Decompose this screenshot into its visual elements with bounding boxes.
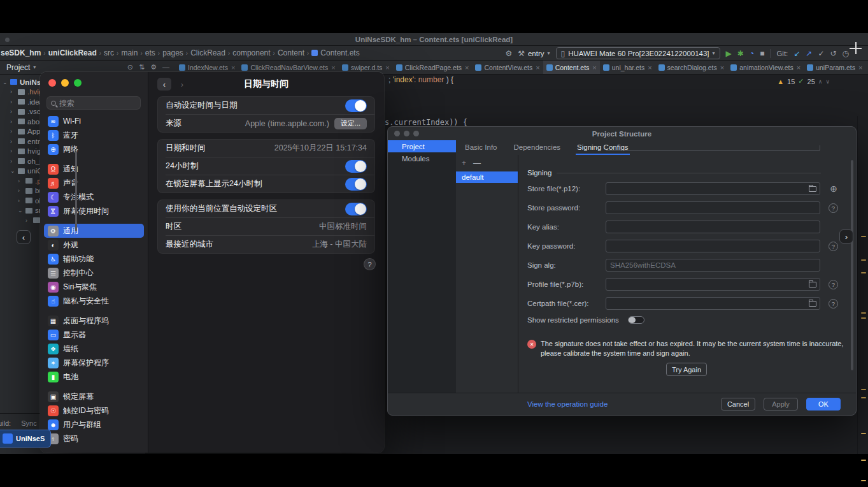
- toggle-switch[interactable]: [345, 203, 367, 215]
- settings-sidebar-item[interactable]: ⊕网络: [44, 142, 144, 156]
- settings-sidebar-item[interactable]: ▣锁定屏幕: [44, 389, 144, 403]
- locate-file-icon[interactable]: ⊙: [127, 63, 133, 71]
- settings-sidebar-item[interactable]: Ω通知: [44, 162, 144, 176]
- help-button[interactable]: ?: [364, 258, 376, 270]
- help-icon[interactable]: ?: [829, 242, 838, 251]
- profiler-icon[interactable]: ◔: [750, 50, 754, 57]
- settings-sidebar-item[interactable]: ▭显示器: [44, 328, 144, 342]
- close-icon[interactable]: ×: [797, 64, 800, 71]
- dialog-nav-item[interactable]: Modules: [388, 152, 456, 164]
- settings-sidebar-item[interactable]: ☝隐私与安全性: [44, 294, 144, 308]
- settings-gear-icon[interactable]: ⚙: [505, 50, 512, 57]
- settings-sidebar-item[interactable]: ☰控制中心: [44, 266, 144, 280]
- close-icon[interactable]: ×: [331, 64, 335, 71]
- field-input[interactable]: [606, 201, 820, 214]
- hide-panel-icon[interactable]: —: [162, 63, 169, 71]
- settings-search[interactable]: [46, 96, 141, 110]
- folder-browse-icon[interactable]: [809, 186, 816, 192]
- close-icon[interactable]: ×: [231, 64, 235, 71]
- minimize-button[interactable]: [404, 131, 409, 136]
- breadcrumb-item[interactable]: uniClickRead: [48, 48, 97, 57]
- git-push-icon[interactable]: ↗: [806, 50, 812, 57]
- editor-scroll-gutter[interactable]: [857, 116, 868, 454]
- close-button[interactable]: [394, 131, 400, 136]
- help-icon[interactable]: ?: [829, 299, 838, 309]
- minimize-button[interactable]: [61, 79, 69, 87]
- dialog-tab[interactable]: Basic Info: [464, 140, 499, 155]
- settings-sidebar-item[interactable]: ✶屏幕保护程序: [44, 356, 144, 370]
- settings-sidebar-item[interactable]: ≋Wi-Fi: [44, 114, 144, 128]
- close-icon[interactable]: ×: [465, 64, 469, 71]
- toggle-switch[interactable]: [345, 178, 367, 191]
- prev-issue-icon[interactable]: ∧: [818, 78, 823, 85]
- settings-sidebar-item[interactable]: ◉Siri与聚焦: [44, 280, 144, 294]
- settings-sidebar-item[interactable]: ☾专注模式: [44, 190, 144, 204]
- editor-tab[interactable]: uniParam.ets×: [804, 61, 865, 74]
- next-issue-icon[interactable]: ∨: [825, 78, 830, 85]
- window-control-dot[interactable]: [5, 38, 10, 42]
- editor-tab[interactable]: uni_har.ets×: [600, 61, 655, 74]
- breadcrumb-item[interactable]: pages: [162, 48, 183, 57]
- run-icon[interactable]: ▶: [726, 50, 732, 57]
- editor-tab[interactable]: ClickReadPage.ets×: [393, 61, 473, 74]
- breadcrumb-file[interactable]: Content.ets: [311, 48, 359, 57]
- settings-sidebar-item[interactable]: ⋈屏幕使用时间: [44, 204, 144, 218]
- zoom-button[interactable]: [413, 131, 419, 136]
- editor-tab[interactable]: searchDialog.ets×: [655, 61, 728, 74]
- globe-icon[interactable]: ⊕: [829, 184, 839, 194]
- field-input[interactable]: [606, 240, 820, 252]
- folder-browse-icon[interactable]: [809, 282, 816, 287]
- close-icon[interactable]: ×: [858, 64, 862, 71]
- stop-icon[interactable]: ■: [760, 50, 764, 57]
- settings-sidebar-item[interactable]: ❖墙纸: [44, 342, 144, 356]
- dialog-nav-item[interactable]: Project: [388, 140, 456, 152]
- debug-icon[interactable]: ✱: [737, 50, 744, 57]
- editor-tab[interactable]: ContentView.ets×: [472, 61, 543, 74]
- breadcrumb-item[interactable]: ClickRead: [190, 48, 225, 57]
- breadcrumb-item[interactable]: seSDK_hm: [1, 48, 41, 57]
- set-button[interactable]: 设定...: [334, 118, 367, 129]
- settings-sidebar-item[interactable]: ▦桌面与程序坞: [44, 314, 144, 328]
- close-icon[interactable]: ×: [648, 64, 651, 71]
- module-item[interactable]: default: [456, 171, 518, 183]
- apply-button[interactable]: Apply: [764, 398, 798, 411]
- search-input[interactable]: [59, 99, 136, 108]
- breadcrumb-item[interactable]: Content: [278, 48, 304, 57]
- toggle-switch[interactable]: [345, 160, 367, 173]
- build-mini-window[interactable]: UniNseS: [0, 430, 51, 447]
- settings-sidebar-item[interactable]: ⚙通用: [44, 224, 144, 238]
- panel-expand-right-button[interactable]: ›: [839, 229, 853, 244]
- back-button[interactable]: ‹: [157, 78, 171, 91]
- close-icon[interactable]: ×: [592, 64, 596, 71]
- close-icon[interactable]: ×: [720, 64, 724, 71]
- inspections-widget[interactable]: ▲ 15 ✓ 25 ∧ ∨: [777, 77, 830, 85]
- editor-tab[interactable]: animationView.ets×: [727, 61, 804, 74]
- field-input[interactable]: [606, 278, 820, 291]
- restricted-permissions-toggle[interactable]: [628, 316, 644, 324]
- breadcrumb-item[interactable]: component: [232, 48, 270, 57]
- add-module-icon[interactable]: +: [462, 159, 466, 170]
- folder-browse-icon[interactable]: [809, 301, 816, 307]
- field-input[interactable]: [606, 259, 820, 272]
- close-icon[interactable]: ×: [385, 64, 389, 71]
- git-update-icon[interactable]: ↙: [793, 50, 800, 57]
- field-input[interactable]: [606, 297, 820, 310]
- settings-sidebar-item[interactable]: ♀密码: [44, 432, 144, 446]
- settings-sidebar-item[interactable]: ☻用户与群组: [44, 418, 144, 432]
- field-input[interactable]: [606, 182, 820, 195]
- settings-sidebar-item[interactable]: ◐外观: [44, 238, 144, 252]
- help-icon[interactable]: ?: [829, 203, 838, 213]
- dialog-tab[interactable]: Dependencies: [513, 140, 562, 155]
- settings-sidebar-item[interactable]: ♿辅助功能: [44, 252, 144, 266]
- sidebar-scrollbar[interactable]: [75, 151, 77, 231]
- toggle-switch[interactable]: [345, 99, 367, 112]
- operation-guide-link[interactable]: View the operation guide: [527, 400, 608, 408]
- run-config-selector[interactable]: ⚒ entry ▾: [518, 50, 550, 57]
- breadcrumb-item[interactable]: main: [121, 48, 138, 57]
- cancel-button[interactable]: Cancel: [721, 398, 755, 411]
- field-input[interactable]: [606, 221, 820, 233]
- settings-sidebar-item[interactable]: ▮电池: [44, 370, 144, 384]
- ok-button[interactable]: OK: [806, 398, 841, 411]
- forward-button[interactable]: ›: [175, 78, 189, 91]
- settings-sidebar-item[interactable]: ᛒ蓝牙: [44, 128, 144, 142]
